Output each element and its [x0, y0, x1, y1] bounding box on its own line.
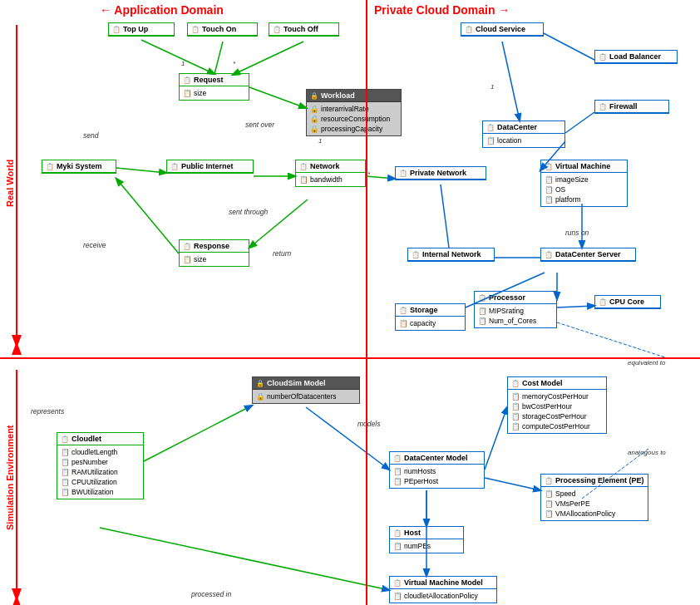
cpu-core-class: 📋 CPU Core [594, 295, 661, 309]
svg-line-26 [557, 322, 665, 357]
processor-attrs: 📋MIPSrating 📋Num_of_Cores [475, 304, 556, 327]
request-header: 📋 Request [180, 74, 249, 86]
request-class: 📋 Request 📋size [179, 73, 249, 101]
mult-1b: 1 [318, 137, 322, 145]
receive-label: receive [83, 241, 106, 249]
datacenter-class: 📋 DataCenter 📋location [482, 121, 565, 148]
processor-class: 📋 Processor 📋MIPSrating 📋Num_of_Cores [474, 291, 557, 328]
svg-line-3 [249, 87, 306, 108]
cloudsim-attrs: 🔒numberOfDatacenters [253, 390, 359, 403]
cloudsim-header: 🔒 CloudSim Model [253, 377, 359, 390]
svg-line-4 [116, 168, 166, 173]
private-network-class: 📋 Private Network [395, 166, 486, 180]
load-balancer-class: 📋 Load Balancer [594, 50, 678, 64]
real-world-label: Real World [5, 17, 15, 349]
public-internet-header: 📋 Public Internet [167, 160, 253, 173]
storage-header: 📋 Storage [396, 304, 465, 317]
vm-model-header: 📋 Virtual Machine Model [390, 577, 496, 589]
cloudlet-class: 📋 Cloudlet 📋cloudletLength 📋pesNumber 📋R… [57, 432, 144, 499]
firewall-header: 📋 Firewall [595, 101, 668, 113]
svg-line-1 [214, 42, 223, 74]
cloudlet-attrs: 📋cloudletLength 📋pesNumber 📋RAMUtilizati… [57, 445, 143, 499]
private-network-header: 📋 Private Network [396, 167, 486, 180]
svg-line-22 [485, 478, 540, 490]
return-label: return [273, 249, 291, 258]
send-label: send [83, 131, 98, 140]
workload-class: 🔒 Workload 🔒interarrivalRate 🔒resourceCo… [306, 89, 402, 136]
storage-class: 📋 Storage 📋capacity [395, 303, 466, 331]
pe-header: 📋 Processing Element (PE) [541, 475, 648, 487]
network-class: 📋 Network 📋bandwidth [295, 160, 366, 187]
svg-line-24 [144, 406, 252, 461]
mult-1a: 1 [181, 60, 185, 67]
myki-system-class: 📋 Myki System [42, 160, 116, 174]
response-header: 📋 Response [180, 240, 249, 253]
svg-line-0 [141, 40, 214, 74]
horizontal-divider [0, 357, 700, 359]
host-attrs: 📋numPEs [390, 539, 463, 553]
sent-over-label: sent over [245, 121, 274, 129]
load-balancer-header: 📋 Load Balancer [595, 51, 677, 63]
cost-model-attrs: 📋memoryCostPerHour 📋bwCostPerHour 📋stora… [508, 390, 606, 433]
datacenter-attrs: 📋location [483, 134, 564, 147]
myki-header: 📋 Myki System [42, 160, 116, 173]
request-attrs: 📋size [180, 86, 249, 100]
internal-network-header: 📋 Internal Network [408, 248, 494, 261]
storage-attrs: 📋capacity [396, 317, 465, 330]
workload-attrs: 🔒interarrivalRate 🔒resourceConsumption 🔒… [307, 102, 401, 135]
datacenter-header: 📋 DataCenter [483, 121, 564, 134]
vm-model-class: 📋 Virtual Machine Model 📋cloudletAllocat… [389, 576, 497, 603]
cloudsim-model-class: 🔒 CloudSim Model 🔒numberOfDatacenters [252, 376, 360, 404]
virtual-machine-class: 📋 Virtual Machine 📋imageSize 📋OS 📋platfo… [540, 160, 628, 207]
processed-in-label: processed in [191, 590, 231, 598]
touch-off-class: 📋 Touch Off [269, 22, 339, 37]
models-label: models [357, 420, 380, 428]
cloud-service-header: 📋 Cloud Service [461, 23, 543, 36]
internal-network-class: 📋 Internal Network [407, 248, 495, 262]
workload-header: 🔒 Workload [307, 90, 401, 102]
cost-model-class: 📋 Cost Model 📋memoryCostPerHour 📋bwCostP… [507, 376, 607, 434]
mult-star-a: * [233, 60, 235, 67]
top-up-class: 📋 Top Up [108, 22, 175, 37]
svg-line-9 [502, 42, 520, 121]
svg-line-25 [100, 528, 389, 590]
vm-attrs: 📋imageSize 📋OS 📋platform [541, 173, 627, 206]
cost-model-header: 📋 Cost Model [508, 377, 606, 390]
dc-model-header: 📋 DataCenter Model [390, 452, 484, 465]
firewall-class: 📋 Firewall [594, 100, 669, 114]
mult-1c: 1 [490, 83, 494, 91]
svg-line-20 [485, 407, 507, 470]
mult-star-b: * [367, 170, 370, 178]
equivalent-to-label: equivalent to [628, 359, 665, 366]
svg-line-18 [441, 184, 449, 248]
vertical-divider [366, 0, 367, 605]
svg-line-17 [557, 306, 594, 307]
analogous-to-label: analogous to [628, 449, 666, 456]
svg-line-6 [366, 176, 395, 179]
sent-through-label: sent through [229, 208, 268, 216]
network-attrs: 📋bandwidth [296, 173, 365, 186]
cloudlet-header: 📋 Cloudlet [57, 433, 143, 445]
svg-line-7 [116, 179, 179, 253]
svg-line-2 [233, 42, 303, 75]
datacenter-model-class: 📋 DataCenter Model 📋numHosts 📋PEperHost [389, 451, 485, 489]
pe-class: 📋 Processing Element (PE) 📋Speed 📋VMsPer… [540, 474, 648, 521]
cloud-domain-label: Private Cloud Domain → [374, 3, 510, 17]
response-class: 📋 Response 📋size [179, 239, 249, 267]
public-internet-class: 📋 Public Internet [166, 160, 254, 174]
runs-on-label: runs on [565, 229, 589, 237]
touch-on-header: 📋 Touch On [188, 23, 257, 36]
network-header: 📋 Network [296, 160, 365, 173]
cpu-core-header: 📋 CPU Core [595, 296, 660, 308]
processor-header: 📋 Processor [475, 292, 556, 304]
vm-model-attrs: 📋cloudletAllocationPolicy [390, 589, 496, 603]
dc-model-attrs: 📋numHosts 📋PEperHost [390, 465, 484, 488]
response-attrs: 📋size [180, 253, 249, 266]
represents-label: represents [31, 407, 64, 416]
svg-line-10 [544, 33, 594, 60]
host-header: 📋 Host [390, 527, 463, 539]
datacenter-server-class: 📋 DataCenter Server [540, 248, 636, 262]
app-domain-label: ← Application Domain [100, 3, 224, 17]
svg-line-19 [306, 407, 389, 470]
dc-server-header: 📋 DataCenter Server [541, 248, 635, 261]
